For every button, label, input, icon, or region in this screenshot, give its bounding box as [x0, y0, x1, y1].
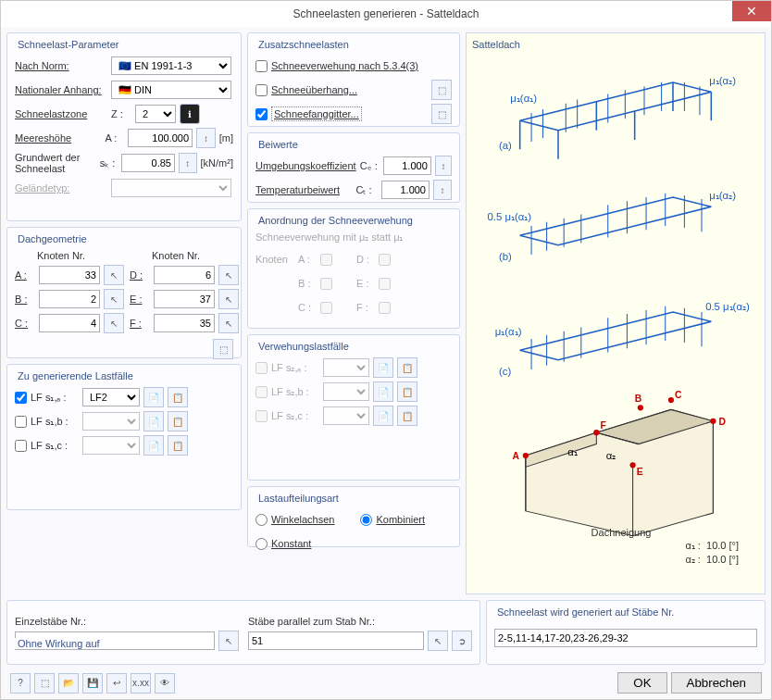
- zone-select[interactable]: 2: [135, 105, 176, 123]
- pick-d-icon[interactable]: ↖: [218, 265, 239, 285]
- node-f-input[interactable]: [154, 314, 215, 332]
- geometry-extra-btn[interactable]: ⬚: [213, 339, 233, 359]
- einzel-label: Einzelstäbe Nr.:: [15, 616, 239, 627]
- vf-c-check: [255, 410, 268, 422]
- radio-winkel[interactable]: [255, 514, 268, 526]
- alt-sym: A :: [105, 132, 124, 144]
- ce-stepper[interactable]: ↕: [435, 156, 452, 176]
- svg-point-52: [668, 397, 674, 403]
- vf-a-edit-btn: 📋: [397, 357, 417, 378]
- group-title-zusatz: Zusatzschneelasten: [255, 39, 352, 50]
- tool1-button[interactable]: ⬚: [34, 673, 55, 694]
- sk-input[interactable]: [121, 154, 175, 172]
- lf-b-edit-btn[interactable]: 📋: [168, 411, 188, 431]
- einzel-pick-btn[interactable]: ↖: [218, 631, 239, 651]
- svg-text:0.5 μ₁(α₁): 0.5 μ₁(α₁): [488, 211, 532, 222]
- terrain-select: [111, 179, 231, 197]
- lf-c-select: [82, 436, 140, 455]
- ct-input[interactable]: [381, 181, 430, 199]
- pick-e-icon[interactable]: ↖: [218, 289, 239, 309]
- node-c-input[interactable]: [39, 314, 100, 332]
- alt-stepper[interactable]: ↕: [196, 128, 216, 148]
- vf-c-edit-btn: 📋: [397, 406, 417, 426]
- diagram-title: Satteldach: [472, 39, 759, 50]
- left-column: Schneelast-Parameter Nach Norm: 🇪🇺 EN 19…: [6, 32, 242, 594]
- lf-b-new-btn[interactable]: 📄: [143, 411, 164, 431]
- vf-b-edit-btn: 📋: [397, 381, 417, 402]
- vf-a-new-btn: 📄: [373, 357, 393, 378]
- lf-b-select: [82, 412, 140, 431]
- default-button[interactable]: ↩: [106, 673, 127, 694]
- group-title-anordnung: Anordnung der Schneeverwehung: [255, 215, 416, 226]
- ce-input[interactable]: [383, 156, 431, 175]
- svg-text:D: D: [719, 417, 727, 427]
- titlebar: Schneelasten generieren - Satteldach ✕: [1, 1, 771, 27]
- ueberhang-btn[interactable]: ⬚: [431, 80, 452, 100]
- annex-select[interactable]: 🇩🇪 DIN: [111, 81, 231, 99]
- preview-button[interactable]: 👁: [155, 673, 175, 694]
- vf-b-check: [255, 386, 268, 398]
- dialog-window: Schneelasten generieren - Satteldach ✕ S…: [0, 0, 772, 700]
- node-a-input[interactable]: [39, 266, 100, 284]
- ct-stepper[interactable]: ↕: [433, 180, 452, 200]
- lf-c-check[interactable]: [15, 440, 27, 452]
- close-button[interactable]: ✕: [732, 1, 771, 21]
- parallel-pick-btn[interactable]: ↖: [428, 631, 448, 651]
- terrain-label: Geländetyp:: [15, 182, 107, 194]
- pick-b-icon[interactable]: ↖: [104, 289, 124, 309]
- svg-text:B: B: [635, 394, 641, 404]
- node-d-input[interactable]: [154, 266, 215, 284]
- ok-button[interactable]: OK: [617, 672, 666, 694]
- an-b-check: [320, 278, 332, 290]
- ueberhang-check[interactable]: [255, 84, 268, 96]
- lf-a-check[interactable]: [15, 392, 27, 404]
- footer: ? ⬚ 📂 💾 ↩ x.xx 👁 OK Abbrechen: [1, 667, 771, 699]
- svg-point-54: [710, 419, 716, 424]
- sk-stepper[interactable]: ↕: [179, 153, 197, 173]
- group-title-lastauf: Lastaufteilungsart: [255, 493, 342, 504]
- help-button[interactable]: ?: [10, 673, 31, 694]
- precision-button[interactable]: x.xx: [131, 673, 151, 694]
- lf-a-select[interactable]: LF2: [82, 388, 140, 406]
- node-e-input[interactable]: [154, 290, 215, 308]
- lf-c-new-btn[interactable]: 📄: [143, 435, 164, 456]
- parallel-input[interactable]: [248, 631, 424, 650]
- generated-input[interactable]: [494, 629, 757, 647]
- svg-text:α₂: α₂: [606, 450, 616, 461]
- an-c-check: [320, 302, 332, 314]
- zone-label: Schneelastzone: [15, 108, 107, 119]
- parallel-apply-btn[interactable]: ➲: [452, 631, 472, 651]
- vf-c-select: [323, 406, 369, 425]
- gitter-btn[interactable]: ⬚: [431, 104, 452, 124]
- svg-text:μ₁(α₂): μ₁(α₂): [709, 75, 736, 86]
- svg-text:(b): (b): [499, 251, 512, 262]
- svg-point-46: [523, 453, 529, 458]
- group-geometry: Dachgeometrie Knoten Nr. A :↖ B :↖ C :↖ …: [6, 227, 242, 358]
- alt-input[interactable]: [128, 129, 193, 147]
- vf-c-new-btn: 📄: [373, 406, 393, 426]
- svg-point-50: [638, 405, 643, 410]
- lf-c-edit-btn[interactable]: 📋: [168, 435, 188, 456]
- gitter-check[interactable]: [255, 108, 268, 120]
- radio-konst[interactable]: [255, 538, 268, 550]
- lf-b-check[interactable]: [15, 416, 27, 428]
- zone-info-button[interactable]: ℹ: [180, 104, 200, 124]
- lf-a-new-btn[interactable]: 📄: [143, 387, 164, 407]
- norm-select[interactable]: 🇪🇺 EN 1991-1-3: [111, 56, 231, 75]
- verwehung-check[interactable]: [255, 60, 268, 72]
- knoten-header-left: Knoten Nr.: [15, 250, 124, 261]
- open-button[interactable]: 📂: [58, 673, 79, 694]
- pick-a-icon[interactable]: ↖: [104, 265, 124, 285]
- group-snow-params: Schneelast-Parameter Nach Norm: 🇪🇺 EN 19…: [6, 32, 242, 221]
- radio-kombi[interactable]: [360, 514, 372, 526]
- an-d-check: [379, 254, 391, 266]
- knoten-header-right: Knoten Nr.: [130, 250, 239, 261]
- parallel-label: Stäbe parallel zum Stab Nr.:: [248, 616, 472, 627]
- lf-a-edit-btn[interactable]: 📋: [168, 387, 188, 407]
- pick-c-icon[interactable]: ↖: [104, 313, 124, 333]
- cancel-button[interactable]: Abbrechen: [671, 672, 762, 694]
- save-button[interactable]: 💾: [82, 673, 103, 694]
- group-title-lf: Zu generierende Lastfälle: [15, 370, 136, 381]
- node-b-input[interactable]: [39, 290, 100, 308]
- pick-f-icon[interactable]: ↖: [218, 313, 239, 333]
